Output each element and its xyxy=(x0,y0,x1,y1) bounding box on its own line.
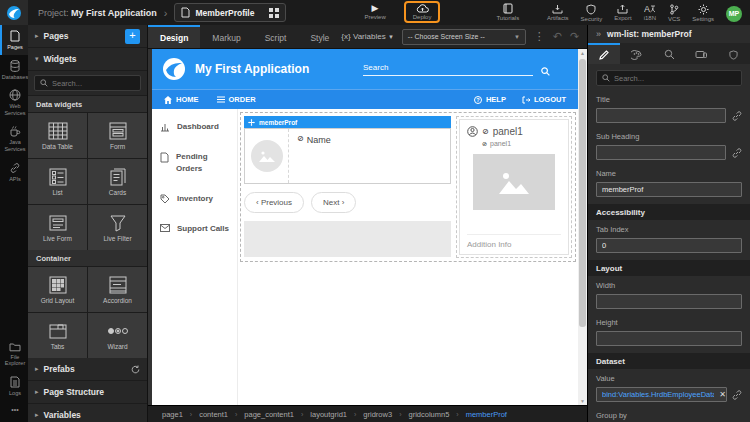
export-button[interactable]: Export xyxy=(614,4,631,21)
tab-inspect[interactable] xyxy=(653,43,685,64)
clear-binding-icon[interactable]: ✕ xyxy=(719,390,726,399)
previous-button[interactable]: ‹ Previous xyxy=(244,192,304,213)
title-input[interactable] xyxy=(596,108,726,123)
user-avatar[interactable]: MP xyxy=(726,6,742,22)
nav-help[interactable]: ? HELP xyxy=(474,95,506,104)
breadcrumb-memberprof[interactable]: memberProf xyxy=(466,410,507,419)
dataset-value-input[interactable] xyxy=(596,387,727,402)
sidebar-item-databases[interactable]: Databases xyxy=(0,55,28,85)
vcs-button[interactable]: VCS xyxy=(668,4,680,22)
tab-index-input[interactable] xyxy=(596,238,742,253)
preview-button[interactable]: ▶ Preview xyxy=(364,3,385,20)
app-search-input[interactable] xyxy=(363,63,533,76)
breadcrumb-layoutgrid1[interactable]: layoutgrid1 xyxy=(310,410,347,419)
widget-list[interactable]: List xyxy=(28,159,87,204)
gridcolumn-selection[interactable]: memberProf xyxy=(240,112,576,262)
breadcrumb-page-content1[interactable]: page_content1 xyxy=(244,410,294,419)
sidebar-item-web-services[interactable]: Web Services xyxy=(0,84,28,120)
artifacts-button[interactable]: Artifacts xyxy=(547,4,569,21)
width-input[interactable] xyxy=(596,294,742,309)
search-icon[interactable] xyxy=(541,67,550,76)
tab-devices[interactable] xyxy=(685,43,717,64)
refresh-icon[interactable] xyxy=(131,365,140,374)
sidenav-dashboard[interactable]: Dashboard xyxy=(160,121,229,133)
widget-live-form[interactable]: Live Form xyxy=(28,205,87,250)
tab-script[interactable]: Script xyxy=(253,25,299,48)
bind-link-icon[interactable] xyxy=(732,111,742,121)
nav-logout[interactable]: LOGOUT xyxy=(522,95,566,104)
undo-icon[interactable]: ↶ xyxy=(553,30,562,43)
sidebar-item-file-explorer[interactable]: File Explorer xyxy=(0,337,28,371)
sidenav-support-calls[interactable]: Support Calls xyxy=(160,223,229,235)
i18n-button[interactable]: A i18N xyxy=(644,4,656,21)
breadcrumb-content1[interactable]: content1 xyxy=(199,410,228,419)
pages-section-header[interactable]: ▸ Pages + xyxy=(28,25,147,48)
bind-link-icon[interactable] xyxy=(732,148,742,158)
widgets-search-input[interactable] xyxy=(52,79,135,88)
section-accessibility[interactable]: Accessibility xyxy=(588,204,750,220)
breadcrumb-page1[interactable]: page1 xyxy=(162,410,183,419)
sidenav-pending-orders[interactable]: Pending Orders xyxy=(160,151,229,175)
nav-order[interactable]: ORDER xyxy=(217,95,256,104)
sidebar-item-java-services[interactable]: Java Services xyxy=(0,120,28,156)
settings-button[interactable]: Settings xyxy=(692,4,714,22)
widgets-section-header[interactable]: ▾ Widgets xyxy=(28,48,147,71)
tab-styles[interactable] xyxy=(620,43,652,64)
wavemaker-logo[interactable] xyxy=(0,0,28,25)
scrollbar-thumb[interactable] xyxy=(579,59,586,327)
name-input[interactable] xyxy=(596,182,742,197)
breadcrumb-gridrow3[interactable]: gridrow3 xyxy=(363,410,392,419)
sidebar-item-pages[interactable]: Pages xyxy=(0,25,28,55)
security-button[interactable]: Security xyxy=(581,4,603,22)
breadcrumb-gridcolumn5[interactable]: gridcolumn5 xyxy=(408,410,449,419)
widget-wizard[interactable]: Wizard xyxy=(88,313,147,358)
widget-grid-layout[interactable]: Grid Layout xyxy=(28,267,87,312)
kebab-menu-icon[interactable]: ⋮ xyxy=(534,30,545,43)
tutorials-button[interactable]: Tutorials xyxy=(496,3,519,21)
variables-section-header[interactable]: ▸ Variables xyxy=(28,404,147,422)
sidenav-inventory[interactable]: Inventory xyxy=(160,193,229,205)
more-actions[interactable]: ••• xyxy=(0,401,28,422)
next-button[interactable]: Next › xyxy=(311,192,356,213)
panel1-widget[interactable]: ⊘ panel1 ⊘ panel1 xyxy=(459,119,569,255)
sidebar-item-apis[interactable]: APIs xyxy=(0,157,28,187)
scroll-up-icon[interactable]: ▲ xyxy=(580,49,585,57)
sub-heading-input[interactable] xyxy=(596,145,726,160)
tab-security[interactable] xyxy=(718,43,750,64)
widget-form[interactable]: Form xyxy=(88,113,147,158)
prefabs-section-header[interactable]: ▸ Prefabs xyxy=(28,358,147,381)
deploy-button[interactable]: Deploy xyxy=(413,4,432,20)
bind-link-icon[interactable] xyxy=(732,390,742,400)
tab-design[interactable]: Design xyxy=(148,25,200,48)
panel-column[interactable]: ⊘ panel1 ⊘ panel1 xyxy=(456,116,572,258)
tab-style[interactable]: Style xyxy=(298,25,341,48)
settings-label: Settings xyxy=(692,16,714,22)
screen-size-select[interactable]: -- Choose Screen Size -- ▼ xyxy=(402,29,526,45)
tab-properties[interactable] xyxy=(588,43,620,64)
nav-home[interactable]: HOME xyxy=(164,95,199,104)
collapse-panel-icon[interactable]: » xyxy=(596,29,601,39)
widget-data-table[interactable]: Data Table xyxy=(28,113,87,158)
widget-accordion[interactable]: Accordion xyxy=(88,267,147,312)
list-item[interactable]: ⊘ Name xyxy=(244,128,451,184)
page-structure-section-header[interactable]: ▸ Page Structure xyxy=(28,381,147,404)
section-dataset[interactable]: Dataset xyxy=(588,353,750,369)
collapsed-arrow-icon: ▸ xyxy=(35,365,39,373)
properties-search-input[interactable] xyxy=(614,74,736,83)
canvas-toolbar: Design Markup Script Style {x} Variables… xyxy=(148,25,587,49)
widget-tabs[interactable]: Tabs xyxy=(28,313,87,358)
redo-icon[interactable]: ↷ xyxy=(570,30,579,43)
page-selector[interactable]: MemberProfile xyxy=(174,3,286,22)
widget-live-filter[interactable]: Live Filter xyxy=(88,205,147,250)
add-page-button[interactable]: + xyxy=(125,29,140,44)
widget-cards[interactable]: Cards xyxy=(88,159,147,204)
tab-markup[interactable]: Markup xyxy=(200,25,252,48)
scroll-down-icon[interactable]: ▼ xyxy=(580,397,585,405)
variables-dropdown[interactable]: {x} Variables ▼ xyxy=(341,32,394,41)
canvas-scrollbar[interactable]: ▲ ▼ xyxy=(578,49,587,405)
section-layout[interactable]: Layout xyxy=(588,260,750,276)
list-widget-titlebar[interactable]: memberProf xyxy=(244,116,451,128)
sidebar-item-logs[interactable]: Logs xyxy=(0,371,28,401)
pages-grid-icon[interactable] xyxy=(269,8,279,18)
height-input[interactable] xyxy=(596,331,742,346)
